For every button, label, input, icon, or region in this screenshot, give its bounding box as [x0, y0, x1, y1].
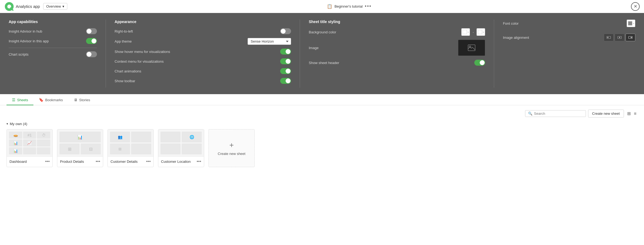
app-theme-select[interactable]: Sense Horizon Classic Dark Night	[248, 38, 291, 45]
plus-icon: +	[229, 141, 234, 149]
preview-cell	[37, 147, 50, 154]
image-alignment-row: Image alignment	[503, 34, 635, 41]
tab-sheets-label: Sheets	[17, 98, 28, 102]
show-toolbar-toggle[interactable]	[280, 78, 291, 84]
create-new-sheet-button[interactable]: Create new sheet	[588, 110, 624, 117]
sheets-icon: ☰	[12, 98, 15, 102]
appearance-section: Appearance Right-to-left App theme Sense…	[106, 20, 300, 88]
image-alignment-controls	[604, 34, 635, 41]
preview-cell: ⊞	[59, 144, 80, 154]
chart-animations-label: Chart animations	[115, 69, 141, 73]
chart-scripts-label: Chart scripts	[9, 52, 29, 56]
nav-dropdown[interactable]: Overview ▾	[43, 3, 67, 10]
align-right-button[interactable]	[626, 34, 635, 41]
font-color-picker[interactable]: ▾	[627, 20, 635, 27]
hover-menu-row: Show hover menu for visualizations	[115, 49, 291, 55]
background-color-row: Background color ▾ - ▾	[309, 28, 485, 36]
context-menu-toggle[interactable]	[280, 58, 291, 64]
insight-advisor-app-toggle[interactable]	[86, 38, 97, 44]
sheet-cards: 🥧 #1 ⏱ 📊 📈 📊 Dashboard •••	[7, 129, 637, 167]
chart-scripts-row: Chart scripts	[9, 51, 97, 57]
insight-advisor-hub-toggle[interactable]	[86, 28, 97, 34]
top-nav: Analytics app Overview ▾ 📋 Beginner's tu…	[0, 0, 644, 13]
sheet-menu-button[interactable]: •••	[146, 159, 151, 164]
insight-advisor-hub-label: Insight Advisor in hub	[9, 29, 42, 33]
sheet-card-footer: Customer Location •••	[158, 157, 204, 166]
sheet-menu-button[interactable]: •••	[96, 159, 100, 164]
preview-cell: ⊟	[81, 144, 101, 154]
app-capabilities-section: App capabilities Insight Advisor in hub …	[9, 20, 106, 88]
align-left-button[interactable]	[604, 34, 614, 41]
app-name: Analytics app	[16, 4, 40, 9]
list-view-button[interactable]: ≡	[633, 110, 637, 117]
chart-scripts-toggle[interactable]	[86, 51, 97, 57]
chart-animations-toggle[interactable]	[280, 68, 291, 74]
preview-cell: ⏱	[37, 132, 50, 139]
chevron-down-icon: ▾	[468, 31, 469, 34]
app-theme-row: App theme Sense Horizon Classic Dark Nig…	[115, 38, 291, 45]
sheet-name: Dashboard	[10, 160, 27, 164]
sheet-card-dashboard[interactable]: 🥧 #1 ⏱ 📊 📈 📊 Dashboard •••	[7, 129, 53, 167]
close-button[interactable]: ✕	[631, 2, 640, 11]
preview-cell: 🌐	[182, 132, 202, 142]
create-new-sheet-card[interactable]: + Create new sheet	[209, 129, 255, 167]
sheet-menu-button[interactable]: •••	[45, 159, 50, 164]
align-center-button[interactable]	[615, 34, 624, 41]
sheet-card-customer-details[interactable]: 👥 ⊞ Customer Details •••	[108, 129, 154, 167]
search-input[interactable]	[534, 112, 583, 116]
sheet-menu-button[interactable]: •••	[197, 159, 201, 164]
right-to-left-label: Right-to-left	[115, 29, 133, 33]
insight-advisor-hub-row: Insight Advisor in hub	[9, 28, 97, 34]
image-label: Image	[309, 46, 318, 50]
monitor-icon: 📋	[327, 4, 332, 9]
hover-menu-label: Show hover menu for visualizations	[115, 50, 170, 54]
background-color-label: Background color	[309, 30, 336, 34]
sheet-name: Customer Location	[161, 160, 191, 164]
bookmarks-icon: 🔖	[39, 98, 43, 102]
preview-cell	[131, 144, 151, 154]
my-own-header[interactable]: ▾ My own (4)	[7, 122, 637, 126]
hover-menu-toggle[interactable]	[280, 49, 291, 55]
image-alignment-label: Image alignment	[503, 36, 529, 40]
tab-bookmarks-label: Bookmarks	[45, 98, 63, 102]
search-icon: 🔍	[528, 112, 532, 116]
image-row: Image	[309, 40, 485, 56]
sheet-card-footer: Product Details •••	[57, 157, 103, 166]
appearance-title: Appearance	[115, 20, 291, 24]
sheet-card-footer: Customer Details •••	[108, 157, 153, 166]
tabs-bar: ☰ Sheets 🔖 Bookmarks 🖥 Stories	[0, 94, 644, 105]
sheet-card-footer: Dashboard •••	[7, 157, 52, 166]
sheet-card-customer-location[interactable]: 🌐 Customer Location •••	[158, 129, 204, 167]
tab-sheets[interactable]: ☰ Sheets	[7, 94, 33, 105]
preview-cell: 📊	[9, 139, 22, 147]
background-color-controls: ▾ - ▾	[461, 28, 485, 36]
tab-stories[interactable]: 🖥 Stories	[68, 94, 96, 105]
right-to-left-row: Right-to-left	[115, 28, 291, 34]
preview-cell	[37, 139, 50, 147]
tab-bookmarks[interactable]: 🔖 Bookmarks	[33, 94, 68, 105]
grid-view-button[interactable]: ⊞	[626, 110, 632, 117]
nav-dropdown-label: Overview	[46, 4, 61, 8]
preview-cell	[131, 132, 151, 142]
my-own-label: My own (4)	[10, 122, 27, 126]
bg-color-picker-2[interactable]: ▾	[476, 28, 485, 36]
insight-advisor-app-row: Insight Advisor in this app	[9, 38, 97, 44]
product-details-preview: 📊 ⊞ ⊟	[57, 129, 103, 157]
sheet-card-product-details[interactable]: 📊 ⊞ ⊟ Product Details •••	[57, 129, 103, 167]
preview-cell: 👥	[110, 132, 130, 142]
sheet-title-section: Sheet title styling Background color ▾ -…	[300, 20, 494, 88]
preview-cell: 🥧	[9, 132, 22, 139]
settings-panel: App capabilities Insight Advisor in hub …	[0, 13, 644, 94]
sheets-toolbar: 🔍 Create new sheet ⊞ ≡	[7, 110, 637, 117]
customer-details-preview: 👥 ⊞	[108, 129, 153, 157]
more-options-button[interactable]: •••	[365, 4, 372, 9]
dashboard-preview: 🥧 #1 ⏱ 📊 📈 📊	[7, 129, 52, 157]
preview-cell	[160, 144, 181, 154]
right-to-left-toggle[interactable]	[280, 28, 291, 34]
preview-cell: #1	[23, 132, 36, 139]
create-new-sheet-label: Create new sheet	[218, 152, 245, 156]
show-sheet-header-toggle[interactable]	[474, 60, 485, 66]
bg-color-picker-1[interactable]: ▾	[461, 28, 470, 36]
tutorial-label[interactable]: Beginner's tutorial	[334, 4, 363, 8]
image-upload-button[interactable]	[458, 40, 485, 56]
